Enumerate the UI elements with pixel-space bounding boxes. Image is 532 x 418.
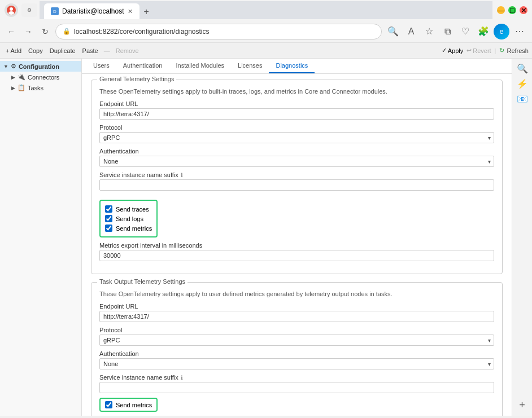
tt-auth-select-wrapper: None Basic OAuth ▾ [99, 358, 494, 369]
tt-protocol-select-wrapper: gRPC HTTP ▾ [99, 335, 494, 346]
remove-btn[interactable]: Remove [114, 46, 141, 55]
browser-actions: 🔍 A ☆ ⧉ ♡ 🧩 e ⋯ [385, 24, 527, 39]
collections-btn[interactable]: ⧉ [439, 24, 455, 39]
general-telemetry-title: General Telemetry Settings [97, 76, 176, 82]
maximize-btn[interactable]: □ [508, 6, 516, 14]
tab-icon: ⚙ [21, 3, 37, 17]
gt-protocol-select[interactable]: gRPC HTTP [99, 132, 494, 143]
revert-icon: ↩ [466, 47, 472, 54]
sidebar-item-tasks[interactable]: ▶ 📋 Tasks [0, 82, 81, 93]
close-btn[interactable]: ✕ [520, 6, 527, 14]
address-bar: ← → ↻ 🔒 localhost:8282/core/configuratio… [0, 20, 532, 43]
app-wrapper: ▼ ⚙ Configuration ▶ 🔌 Connectors ▶ 📋 Tas… [0, 59, 532, 416]
gt-endpoint-label: Endpoint URL [99, 100, 494, 107]
gt-send-logs-checkbox[interactable]: Send logs [105, 215, 152, 222]
tt-endpoint-label: Endpoint URL [99, 303, 494, 310]
sidebar-item-label: Tasks [28, 85, 43, 91]
apply-btn[interactable]: ✓ Apply [442, 47, 464, 54]
gt-endpoint-field: Endpoint URL [99, 100, 494, 120]
sidebar-item-label: Configuration [19, 63, 59, 70]
checkmark-icon: ✓ [442, 47, 447, 54]
plus-icon: + [6, 47, 9, 54]
tt-service-suffix-input[interactable] [99, 382, 494, 393]
sidebar-item-configuration[interactable]: ▼ ⚙ Configuration [0, 61, 81, 72]
sidebar: ▼ ⚙ Configuration ▶ 🔌 Connectors ▶ 📋 Tas… [0, 59, 82, 416]
copy-btn[interactable]: Copy [26, 46, 45, 55]
back-btn[interactable]: ← [5, 25, 18, 38]
edge-browser-icon: e [494, 24, 509, 39]
gt-send-traces-input[interactable] [105, 205, 112, 213]
paste-btn[interactable]: Paste [80, 46, 101, 55]
content-area: General Telemetry Settings These OpenTel… [82, 74, 512, 416]
gt-metrics-interval-field: Metrics export interval in milliseconds [99, 242, 494, 261]
gt-send-metrics-checkbox[interactable]: Send metrics [105, 225, 152, 232]
info-icon: ℹ [181, 375, 183, 381]
browser-tab[interactable]: D Dataristix@localhost ✕ [44, 3, 139, 19]
minimize-btn[interactable]: — [497, 6, 505, 14]
gt-service-suffix-label: Service instance name suffix ℹ [99, 171, 494, 178]
url-text: localhost:8282/core/configuration/diagno… [74, 28, 374, 36]
tt-service-suffix-label: Service instance name suffix ℹ [99, 374, 494, 381]
refresh-btn[interactable]: ↻ Refresh [499, 47, 529, 54]
gt-auth-select-wrapper: None Basic OAuth ▾ [99, 156, 494, 167]
sidebar-item-label: Connectors [28, 74, 59, 81]
connector-icon: 🔌 [18, 73, 25, 81]
tab-title: Dataristix@localhost [62, 7, 124, 15]
url-bar[interactable]: 🔒 localhost:8282/core/configuration/diag… [55, 24, 382, 39]
gt-auth-select[interactable]: None Basic OAuth [99, 156, 494, 167]
tab-close-btn[interactable]: ✕ [128, 8, 133, 15]
tt-send-metrics-input[interactable] [105, 401, 112, 408]
tab-licenses[interactable]: Licenses [231, 59, 269, 73]
sidebar-outlook-btn[interactable]: 📧 [517, 94, 528, 104]
sidebar-copilot-btn[interactable]: ⚡ [517, 78, 528, 89]
tab-diagnostics[interactable]: Diagnostics [269, 59, 315, 73]
new-tab-btn[interactable]: + [139, 5, 154, 19]
forward-btn[interactable]: → [21, 25, 35, 38]
search-sidebar-btn[interactable]: 🔍 [385, 24, 401, 39]
tt-service-suffix-field: Service instance name suffix ℹ [99, 374, 494, 393]
tab-users[interactable]: Users [86, 59, 116, 73]
task-telemetry-title: Task Output Telemetry Settings [97, 278, 187, 285]
gt-service-suffix-input[interactable] [99, 179, 494, 191]
tt-auth-select[interactable]: None Basic OAuth [99, 358, 494, 369]
browser-chrome: ⚙ D Dataristix@localhost ✕ + — □ ✕ ← → ↻… [0, 0, 532, 43]
gt-send-metrics-input[interactable] [105, 225, 112, 232]
gt-protocol-label: Protocol [99, 124, 494, 131]
general-telemetry-desc: These OpenTelemetry settings apply to bu… [99, 88, 494, 95]
tt-endpoint-input[interactable] [99, 311, 494, 322]
tab-installed-modules[interactable]: Installed Modules [169, 59, 231, 73]
lock-icon: 🔒 [63, 28, 71, 35]
gt-endpoint-input[interactable] [99, 108, 494, 120]
extensions-btn[interactable]: 🧩 [476, 24, 491, 39]
reload-btn[interactable]: ↻ [38, 25, 52, 38]
favorites-btn[interactable]: ☆ [421, 24, 437, 39]
sidebar-item-connectors[interactable]: ▶ 🔌 Connectors [0, 72, 81, 82]
tt-protocol-field: Protocol gRPC HTTP ▾ [99, 327, 494, 346]
revert-btn[interactable]: ↩ Revert [466, 47, 491, 54]
favicon: D [51, 7, 59, 15]
tab-authentication[interactable]: Authentication [116, 59, 169, 73]
task-telemetry-desc: These OpenTelemetry settings apply to us… [99, 291, 494, 297]
tt-send-metrics-checkbox[interactable]: Send metrics [99, 398, 158, 412]
task-telemetry-section: Task Output Telemetry Settings These Ope… [91, 282, 503, 416]
gt-metrics-interval-input[interactable] [99, 250, 494, 261]
tasks-icon: 📋 [18, 84, 25, 91]
menu-btn[interactable]: ⋯ [512, 24, 527, 39]
gt-send-traces-checkbox[interactable]: Send traces [105, 205, 152, 213]
duplicate-btn[interactable]: Duplicate [47, 46, 78, 55]
tt-protocol-label: Protocol [99, 327, 494, 333]
profile-btn[interactable]: ♡ [457, 24, 473, 39]
tt-auth-label: Authentication [99, 350, 494, 357]
gt-protocol-select-wrapper: gRPC HTTP ▾ [99, 132, 494, 143]
title-bar: ⚙ D Dataristix@localhost ✕ + — □ ✕ [0, 0, 532, 20]
gt-service-suffix-field: Service instance name suffix ℹ [99, 171, 494, 191]
profile-icon [5, 3, 18, 17]
add-btn[interactable]: + Add [3, 46, 24, 55]
font-btn[interactable]: A [403, 24, 419, 39]
gt-send-logs-input[interactable] [105, 215, 112, 222]
folder-icon: ⚙ [11, 63, 16, 70]
sidebar-search-btn[interactable]: 🔍 [517, 63, 528, 74]
gt-protocol-field: Protocol gRPC HTTP ▾ [99, 124, 494, 143]
tt-protocol-select[interactable]: gRPC HTTP [99, 335, 494, 346]
sidebar-add-btn[interactable]: + [519, 399, 525, 411]
